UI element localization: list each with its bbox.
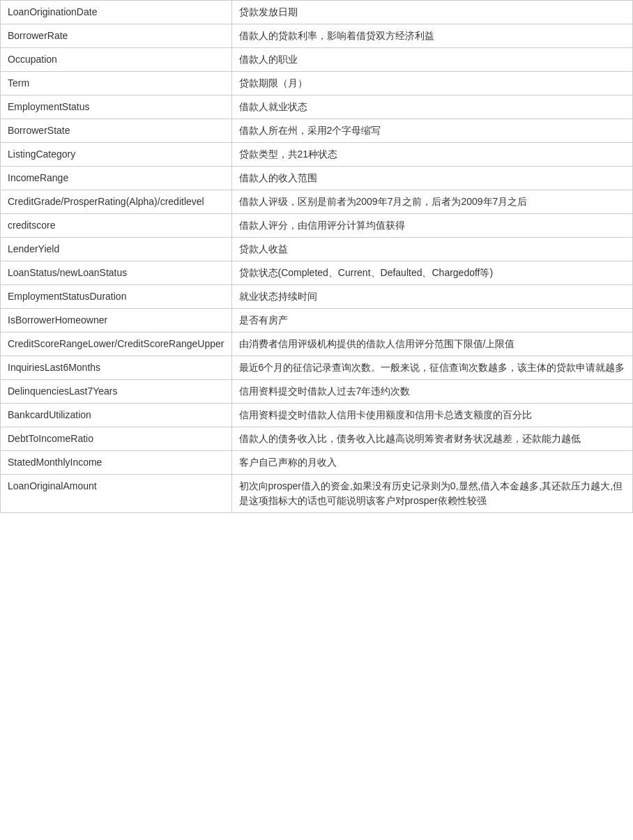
- field-name: LoanOriginationDate: [1, 1, 232, 24]
- field-name: CreditGrade/ProsperRating(Alpha)/creditl…: [1, 190, 232, 214]
- table-row: IsBorrowerHomeowner是否有房产: [1, 309, 633, 333]
- field-name: creditscore: [1, 214, 232, 238]
- table-row: creditscore 借款人评分，由信用评分计算均值获得: [1, 214, 633, 238]
- field-name: DelinquenciesLast7Years: [1, 380, 232, 404]
- table-row: LoanOriginationDate贷款发放日期: [1, 1, 633, 24]
- table-row: InquiriesLast6Months最近6个月的征信记录查询次数。一般来说，…: [1, 356, 633, 380]
- field-name: LoanOriginalAmount: [1, 475, 232, 513]
- table-row: LoanStatus/newLoanStatus贷款状态(Completed、C…: [1, 261, 633, 285]
- field-description: 贷款期限（月）: [231, 72, 633, 96]
- table-row: Term贷款期限（月）: [1, 72, 633, 96]
- field-name: StatedMonthlyIncome: [1, 451, 232, 475]
- field-description: 借款人的债务收入比，债务收入比越高说明筹资者财务状况越差，还款能力越低: [231, 427, 633, 451]
- field-description: 是否有房产: [231, 309, 633, 333]
- field-name: BankcardUtilization: [1, 404, 232, 427]
- fields-table: LoanOriginationDate贷款发放日期BorrowerRate借款人…: [0, 0, 633, 513]
- field-description: 贷款人收益: [231, 238, 633, 261]
- table-row: ListingCategory贷款类型，共21种状态: [1, 143, 633, 167]
- field-description: 贷款状态(Completed、Current、Defaulted、Charged…: [231, 261, 633, 285]
- field-name: Term: [1, 72, 232, 96]
- field-name: LenderYield: [1, 238, 232, 261]
- field-name: ListingCategory: [1, 143, 232, 167]
- table-row: BankcardUtilization信用资料提交时借款人信用卡使用额度和信用卡…: [1, 404, 633, 427]
- field-description: 贷款发放日期: [231, 1, 633, 24]
- field-description: 由消费者信用评级机构提供的借款人信用评分范围下限值/上限值: [231, 333, 633, 356]
- table-row: BorrowerRate借款人的贷款利率，影响着借贷双方经济利益: [1, 24, 633, 48]
- field-description: 初次向prosper借入的资金,如果没有历史记录则为0,显然,借入本金越多,其还…: [231, 475, 633, 513]
- table-row: CreditScoreRangeLower/CreditScoreRangeUp…: [1, 333, 633, 356]
- field-name: DebtToIncomeRatio: [1, 427, 232, 451]
- table-row: IncomeRange借款人的收入范围: [1, 167, 633, 190]
- field-name: IsBorrowerHomeowner: [1, 309, 232, 333]
- field-description: 借款人评级，区别是前者为2009年7月之前，后者为2009年7月之后: [231, 190, 633, 214]
- table-row: StatedMonthlyIncome客户自己声称的月收入: [1, 451, 633, 475]
- table-row: EmploymentStatusDuration就业状态持续时间: [1, 285, 633, 309]
- field-description: 贷款类型，共21种状态: [231, 143, 633, 167]
- data-table: LoanOriginationDate贷款发放日期BorrowerRate借款人…: [0, 0, 633, 513]
- field-name: CreditScoreRangeLower/CreditScoreRangeUp…: [1, 333, 232, 356]
- field-description: 信用资料提交时借款人过去7年违约次数: [231, 380, 633, 404]
- field-name: EmploymentStatusDuration: [1, 285, 232, 309]
- field-description: 借款人评分，由信用评分计算均值获得: [231, 214, 633, 238]
- field-name: InquiriesLast6Months: [1, 356, 232, 380]
- field-description: 借款人的收入范围: [231, 167, 633, 190]
- table-row: DelinquenciesLast7Years信用资料提交时借款人过去7年违约次…: [1, 380, 633, 404]
- table-row: CreditGrade/ProsperRating(Alpha)/creditl…: [1, 190, 633, 214]
- table-row: DebtToIncomeRatio借款人的债务收入比，债务收入比越高说明筹资者财…: [1, 427, 633, 451]
- field-name: LoanStatus/newLoanStatus: [1, 261, 232, 285]
- field-description: 信用资料提交时借款人信用卡使用额度和信用卡总透支额度的百分比: [231, 404, 633, 427]
- field-name: BorrowerState: [1, 119, 232, 143]
- table-row: EmploymentStatus借款人就业状态: [1, 96, 633, 119]
- field-description: 最近6个月的征信记录查询次数。一般来说，征信查询次数越多，该主体的贷款申请就越多: [231, 356, 633, 380]
- table-row: BorrowerState借款人所在州，采用2个字母缩写: [1, 119, 633, 143]
- field-description: 借款人就业状态: [231, 96, 633, 119]
- field-description: 客户自己声称的月收入: [231, 451, 633, 475]
- field-description: 借款人的贷款利率，影响着借贷双方经济利益: [231, 24, 633, 48]
- table-row: LoanOriginalAmount初次向prosper借入的资金,如果没有历史…: [1, 475, 633, 513]
- table-row: LenderYield贷款人收益: [1, 238, 633, 261]
- field-name: EmploymentStatus: [1, 96, 232, 119]
- field-name: IncomeRange: [1, 167, 232, 190]
- field-name: Occupation: [1, 48, 232, 72]
- field-description: 借款人的职业: [231, 48, 633, 72]
- field-description: 就业状态持续时间: [231, 285, 633, 309]
- field-name: BorrowerRate: [1, 24, 232, 48]
- field-description: 借款人所在州，采用2个字母缩写: [231, 119, 633, 143]
- table-row: Occupation借款人的职业: [1, 48, 633, 72]
